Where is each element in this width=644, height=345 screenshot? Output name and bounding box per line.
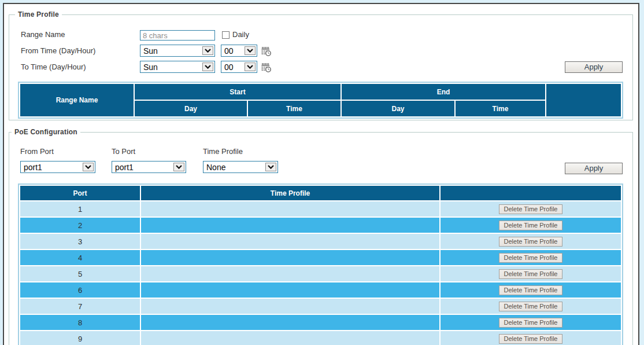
poe-config-apply-button[interactable]: Apply — [565, 163, 623, 174]
port-row: 3Delete Time Profile — [20, 234, 621, 249]
port-number-cell: 2 — [20, 218, 140, 233]
to-hour-select[interactable]: 00 — [221, 61, 257, 73]
daily-label: Daily — [232, 31, 249, 39]
to-time-calendar-icon[interactable] — [261, 63, 271, 72]
poe-port-table: Port Time Profile 1Delete Time Profile2D… — [18, 183, 623, 345]
delete-cell: Delete Time Profile — [441, 282, 621, 298]
range-name-input[interactable] — [140, 30, 215, 41]
delete-cell: Delete Time Profile — [441, 266, 621, 281]
delete-time-profile-button[interactable]: Delete Time Profile — [499, 253, 562, 263]
port-number-cell: 7 — [20, 299, 140, 314]
port-row: 1Delete Time Profile — [20, 201, 621, 216]
time-profile-groupbox: Time Profile Range Name Daily From Time … — [9, 14, 633, 120]
time-profile-apply-button[interactable]: Apply — [565, 61, 623, 73]
delete-cell: Delete Time Profile — [441, 201, 621, 216]
time-profile-col-label: Time Profile — [203, 148, 243, 156]
from-hour-select[interactable]: 00 — [221, 45, 257, 57]
delete-time-profile-button[interactable]: Delete Time Profile — [499, 318, 562, 328]
port-row: 6Delete Time Profile — [20, 282, 621, 298]
col-header-range-name: Range Name — [20, 84, 134, 116]
chevron-down-icon — [245, 46, 256, 55]
col-header-end-time: Time — [456, 101, 545, 116]
chevron-down-icon — [173, 163, 184, 171]
chevron-down-icon — [202, 46, 213, 55]
col-header-action — [546, 84, 621, 116]
poe-config-legend: PoE Configuration — [12, 129, 80, 136]
col-header-start-time: Time — [248, 101, 340, 116]
port-number-cell: 3 — [20, 234, 140, 249]
port-row: 9Delete Time Profile — [20, 331, 621, 345]
from-port-label: From Port — [20, 148, 54, 156]
port-number-cell: 6 — [20, 282, 140, 298]
chevron-down-icon — [265, 163, 276, 171]
col-header-end-day: Day — [342, 101, 454, 116]
port-row: 4Delete Time Profile — [20, 250, 621, 265]
from-port-select[interactable]: port1 — [20, 161, 95, 173]
delete-cell: Delete Time Profile — [441, 234, 621, 249]
delete-time-profile-button[interactable]: Delete Time Profile — [499, 221, 562, 230]
time-profile-cell — [141, 282, 439, 298]
port-row: 2Delete Time Profile — [20, 218, 621, 233]
content-panel: Time Profile Range Name Daily From Time … — [3, 3, 639, 345]
port-number-cell: 9 — [20, 331, 140, 345]
from-time-label: From Time (Day/Hour) — [21, 47, 95, 55]
to-day-select[interactable]: Sun — [140, 61, 215, 73]
port-number-cell: 5 — [20, 266, 140, 281]
delete-cell: Delete Time Profile — [441, 218, 621, 233]
delete-time-profile-button[interactable]: Delete Time Profile — [499, 285, 562, 295]
chevron-down-icon — [245, 63, 256, 71]
time-profile-legend: Time Profile — [15, 11, 62, 19]
time-profile-table: Range Name Start End Day Time Day Time — [18, 82, 623, 119]
time-profile-cell — [141, 201, 439, 216]
from-day-select[interactable]: Sun — [140, 45, 215, 57]
col-header-start-day: Day — [135, 101, 247, 116]
port-number-cell: 1 — [20, 201, 140, 216]
delete-time-profile-button[interactable]: Delete Time Profile — [499, 302, 562, 311]
chevron-down-icon — [202, 63, 213, 71]
delete-time-profile-button[interactable]: Delete Time Profile — [499, 334, 562, 344]
delete-time-profile-button[interactable]: Delete Time Profile — [499, 204, 562, 214]
poe-time-profile-select[interactable]: None — [203, 161, 278, 173]
port-number-cell: 8 — [20, 315, 140, 330]
delete-cell: Delete Time Profile — [441, 250, 621, 265]
time-profile-cell — [141, 218, 439, 233]
port-number-cell: 4 — [20, 250, 140, 265]
poe-config-groupbox: PoE Configuration From Port To Port Time… — [9, 132, 633, 345]
delete-time-profile-button[interactable]: Delete Time Profile — [499, 269, 562, 279]
delete-cell: Delete Time Profile — [441, 331, 621, 345]
col-header-port: Port — [20, 186, 140, 200]
port-row: 8Delete Time Profile — [20, 315, 621, 330]
col-header-start: Start — [135, 84, 340, 100]
delete-cell: Delete Time Profile — [441, 299, 621, 314]
port-row: 5Delete Time Profile — [20, 266, 621, 281]
to-port-label: To Port — [112, 148, 135, 156]
chevron-down-icon — [83, 163, 94, 171]
time-profile-cell — [141, 331, 439, 345]
delete-time-profile-button[interactable]: Delete Time Profile — [499, 237, 562, 247]
port-row: 7Delete Time Profile — [20, 299, 621, 314]
daily-checkbox[interactable] — [222, 31, 230, 39]
col-header-delete — [441, 186, 621, 200]
from-time-calendar-icon[interactable] — [261, 46, 271, 56]
time-profile-cell — [141, 266, 439, 281]
delete-cell: Delete Time Profile — [441, 315, 621, 330]
to-port-select[interactable]: port1 — [112, 161, 186, 173]
time-profile-cell — [141, 234, 439, 249]
to-time-label: To Time (Day/Hour) — [21, 63, 86, 71]
col-header-time-profile: Time Profile — [141, 186, 439, 200]
time-profile-cell — [141, 250, 439, 265]
time-profile-cell — [141, 315, 439, 330]
range-name-label: Range Name — [21, 31, 65, 39]
col-header-end: End — [342, 84, 545, 100]
time-profile-cell — [141, 299, 439, 314]
